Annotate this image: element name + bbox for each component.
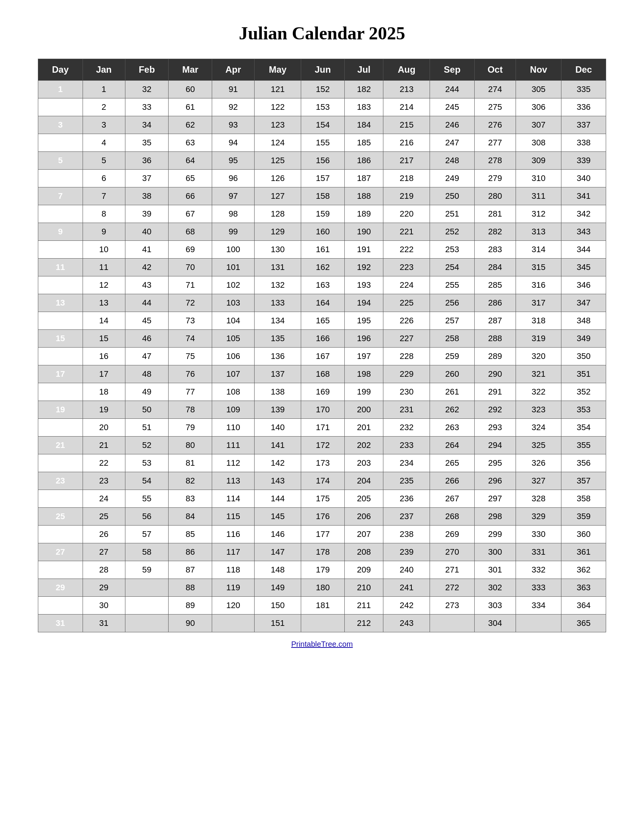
apr-cell: 94 (212, 134, 254, 152)
jun-cell: 154 (301, 116, 345, 134)
mar-cell: 65 (169, 170, 212, 187)
jan-cell: 19 (82, 401, 125, 419)
nov-cell: 319 (516, 330, 562, 347)
jan-cell: 26 (82, 526, 125, 544)
may-cell: 123 (254, 116, 301, 134)
sep-cell: 271 (430, 561, 475, 579)
table-row: 23235482113143174204235266296327357 (38, 472, 606, 490)
jan-cell: 24 (82, 490, 125, 508)
apr-cell: 101 (212, 259, 254, 277)
nov-cell: 305 (516, 80, 562, 98)
jan-cell: 5 (82, 152, 125, 170)
jun-cell: 155 (301, 134, 345, 152)
jun-cell: 176 (301, 508, 345, 526)
oct-cell: 282 (474, 223, 515, 241)
jan-cell: 15 (82, 330, 125, 347)
may-cell: 126 (254, 170, 301, 187)
oct-cell: 301 (474, 561, 515, 579)
oct-cell: 292 (474, 401, 515, 419)
jun-cell: 166 (301, 330, 345, 347)
dec-cell: 341 (562, 187, 606, 205)
jul-cell: 191 (345, 241, 383, 259)
dec-cell: 353 (562, 401, 606, 419)
nov-cell: 308 (516, 134, 562, 152)
jul-cell: 190 (345, 223, 383, 241)
table-row: 24245583114144175205236267297328358 (38, 490, 606, 508)
dec-cell: 357 (562, 472, 606, 490)
nov-cell: 317 (516, 294, 562, 312)
aug-cell: 223 (383, 259, 430, 277)
table-row: 22336192122153183214245275306336 (38, 98, 606, 116)
jun-cell: 174 (301, 472, 345, 490)
nov-cell: 316 (516, 277, 562, 294)
table-row: 11114270101131162192223254284315345 (38, 259, 606, 277)
nov-cell: 326 (516, 454, 562, 472)
mar-cell: 89 (169, 597, 212, 614)
jan-cell: 22 (82, 454, 125, 472)
aug-cell: 236 (383, 490, 430, 508)
oct-cell: 275 (474, 98, 515, 116)
mar-cell: 69 (169, 241, 212, 259)
mar-cell: 79 (169, 419, 212, 437)
aug-cell: 234 (383, 454, 430, 472)
day-cell: 13 (38, 294, 83, 312)
oct-cell: 297 (474, 490, 515, 508)
sep-cell: 262 (430, 401, 475, 419)
aug-cell: 238 (383, 526, 430, 544)
jun-cell: 164 (301, 294, 345, 312)
may-cell: 132 (254, 277, 301, 294)
jun-cell: 172 (301, 437, 345, 454)
dec-cell: 354 (562, 419, 606, 437)
mar-cell: 90 (169, 614, 212, 632)
dec-cell: 344 (562, 241, 606, 259)
day-cell: 30 (38, 597, 83, 614)
feb-cell: 41 (125, 241, 169, 259)
jul-cell: 201 (345, 419, 383, 437)
nov-cell: 315 (516, 259, 562, 277)
jun-cell: 168 (301, 365, 345, 383)
day-cell: 20 (38, 419, 83, 437)
oct-cell: 288 (474, 330, 515, 347)
feb-cell: 47 (125, 347, 169, 365)
oct-cell: 287 (474, 312, 515, 330)
feb-cell: 54 (125, 472, 169, 490)
footer-link[interactable]: PrintableTree.com (291, 640, 353, 649)
may-cell: 138 (254, 383, 301, 401)
nov-cell: 312 (516, 205, 562, 223)
col-header-day: Day (38, 59, 83, 80)
feb-cell: 44 (125, 294, 169, 312)
mar-cell: 73 (169, 312, 212, 330)
aug-cell: 237 (383, 508, 430, 526)
aug-cell: 227 (383, 330, 430, 347)
day-cell: 7 (38, 187, 83, 205)
jan-cell: 8 (82, 205, 125, 223)
mar-cell: 88 (169, 579, 212, 597)
sep-cell: 244 (430, 80, 475, 98)
day-cell: 11 (38, 259, 83, 277)
oct-cell: 284 (474, 259, 515, 277)
table-row: 18184977108138169199230261291322352 (38, 383, 606, 401)
may-cell: 146 (254, 526, 301, 544)
jun-cell: 165 (301, 312, 345, 330)
feb-cell (125, 597, 169, 614)
table-row: 26265785116146177207238269299330360 (38, 526, 606, 544)
dec-cell: 351 (562, 365, 606, 383)
oct-cell: 295 (474, 454, 515, 472)
table-row: 17174876107137168198229260290321351 (38, 365, 606, 383)
feb-cell: 42 (125, 259, 169, 277)
may-cell: 121 (254, 80, 301, 98)
jun-cell: 161 (301, 241, 345, 259)
apr-cell: 95 (212, 152, 254, 170)
may-cell: 135 (254, 330, 301, 347)
jan-cell: 30 (82, 597, 125, 614)
day-cell: 31 (38, 614, 83, 632)
feb-cell: 51 (125, 419, 169, 437)
dec-cell: 336 (562, 98, 606, 116)
nov-cell: 325 (516, 437, 562, 454)
aug-cell: 215 (383, 116, 430, 134)
dec-cell: 338 (562, 134, 606, 152)
may-cell: 147 (254, 544, 301, 561)
dec-cell: 361 (562, 544, 606, 561)
julian-calendar-table: DayJanFebMarAprMayJunJulAugSepOctNovDec … (38, 59, 606, 632)
jun-cell: 158 (301, 187, 345, 205)
